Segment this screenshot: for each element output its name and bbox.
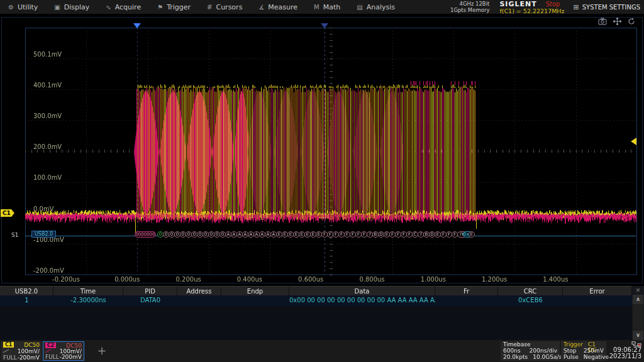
trigger-mode: Stop xyxy=(564,348,576,354)
y-axis-tick-label: 300.0mV xyxy=(33,112,62,119)
x-axis-tick-label: 0.600us xyxy=(298,276,323,283)
y-axis-tick-label: 500.1mV xyxy=(33,51,62,58)
menu-item-label: Math xyxy=(323,3,341,11)
decode-table-cell: 0x00 00 00 00 00 00 00 00 00 AA AA AA AA… xyxy=(289,295,435,306)
trigger-level: 250mV xyxy=(584,348,604,354)
menu-item[interactable]: # Cursors xyxy=(199,0,250,14)
menu-item-label: Analysis xyxy=(367,3,395,11)
x-axis-tick-label: 0.800us xyxy=(359,276,384,283)
grid-icon: ⊞ xyxy=(574,3,579,11)
decode-sync-field: 0000000 xyxy=(135,231,156,238)
main-menu: ⚙ Utility ▣ Display ∿ Acquire ⚑ Trigger … xyxy=(0,0,403,14)
trigger-position-marker[interactable] xyxy=(133,23,141,28)
timebase-delay: 600ns xyxy=(503,348,521,354)
add-channel-button[interactable]: + xyxy=(96,344,108,357)
decode-table-header-cell: USB2.0 xyxy=(0,287,53,295)
menu-item-icon: # xyxy=(207,4,212,11)
timebase-scale: 200ns/div xyxy=(530,348,557,354)
menu-item-icon: ⚑ xyxy=(157,4,163,11)
scroll-down-button[interactable]: ∨ xyxy=(633,331,643,340)
menu-item-label: Acquire xyxy=(115,3,141,11)
clock-block: 09:06:27 2023/11/3 xyxy=(606,341,641,361)
menu-item-label: Utility xyxy=(18,3,38,11)
decode-table-cell: 1 xyxy=(0,295,53,306)
menu-item-label: Trigger xyxy=(167,3,191,11)
c1-offset: -200mV xyxy=(18,354,40,361)
menu-item[interactable]: ▤ Analysis xyxy=(348,0,403,14)
close-icon[interactable]: ✕ xyxy=(636,286,641,295)
timebase-depth: 20.0kpts xyxy=(503,354,528,360)
frequency-counter: f(C1) = 52.22217MHz xyxy=(499,8,564,14)
menu-item[interactable]: ▣ Display xyxy=(46,0,97,14)
trigger-type: Pulse xyxy=(564,354,579,360)
decode-table-header-cell: Address xyxy=(177,287,221,295)
camera-icon[interactable] xyxy=(598,18,607,25)
menu-item-icon: ∡ xyxy=(258,4,264,11)
menu-item-label: Measure xyxy=(268,3,297,11)
c2-offset: -200mV xyxy=(60,354,82,360)
menu-item-label: Cursors xyxy=(216,3,242,11)
spec-memory: 1Gpts Memory xyxy=(450,7,489,13)
decode-table-scrollbar: ✕ ∧ ∨ xyxy=(632,286,644,340)
decode-table-header-cell: PID xyxy=(123,287,177,295)
decode-table-header-cell: CRC xyxy=(498,287,563,295)
trigger-source: C1 DC xyxy=(588,342,604,348)
timebase-title: Timebase xyxy=(503,342,530,348)
decode-table: USB2.0TimePIDAddressEndpDataFrCRCError 1… xyxy=(0,286,644,340)
x-axis-tick-label: 1.000us xyxy=(421,276,446,283)
channel-c2-box[interactable]: C2 DC50 100mV/ FULL -200mV xyxy=(43,341,84,361)
run-state-badge[interactable]: Stop xyxy=(546,1,560,8)
menu-item[interactable]: ∿ Acquire xyxy=(97,0,149,14)
y-axis-tick-label: -200.0mV xyxy=(33,267,64,274)
decode-nibble-bubble: E xyxy=(469,231,475,238)
menu-item[interactable]: M Math xyxy=(306,0,348,14)
clock-date: 2023/11/3 xyxy=(606,353,641,359)
decode-table-header-cell: Data xyxy=(289,287,435,295)
decode-table-header-cell: Time xyxy=(53,287,123,295)
c2-bandwidth: FULL xyxy=(45,354,59,360)
brand-logo: SIGLENT xyxy=(499,0,536,8)
menu-item[interactable]: ∡ Measure xyxy=(250,0,306,14)
y-axis-tick-label: 200.0mV xyxy=(33,143,62,150)
move-crosshair-icon[interactable] xyxy=(613,18,621,25)
timebase-box[interactable]: Timebase 600ns 200ns/div 20.0kpts 10.0GS… xyxy=(501,341,560,361)
y-axis-tick-label: 100.0mV xyxy=(33,174,62,181)
menu-item-icon: ⚙ xyxy=(8,4,14,11)
scroll-track[interactable] xyxy=(633,305,643,330)
decode-table-cell: -2.30000ns xyxy=(53,295,123,306)
timebase-rate: 10.0GSa/s xyxy=(533,354,562,360)
system-settings-label: SYSTEM SETTINGS xyxy=(582,4,640,11)
decode-table-cell xyxy=(563,295,632,306)
x-axis-tick-label: 0.200us xyxy=(176,276,201,283)
x-axis-tick-label: 1.200us xyxy=(482,276,507,283)
decode-table-cell xyxy=(435,295,498,306)
usb2-bus-badge[interactable]: USB2.0 xyxy=(31,231,56,238)
menu-item-icon: ▤ xyxy=(357,4,362,11)
delay-reference-marker[interactable] xyxy=(321,23,328,28)
decode-table-row[interactable]: 1-2.30000nsDATA00x00 00 00 00 00 00 00 0… xyxy=(0,295,644,306)
decode-table-header-cell: Endp xyxy=(221,287,289,295)
c1-bandwidth: FULL xyxy=(3,354,17,361)
x-axis-tick-label: 0.400us xyxy=(237,276,262,283)
menu-item[interactable]: ⚑ Trigger xyxy=(149,0,199,14)
menu-item[interactable]: ⚙ Utility xyxy=(0,0,46,14)
decode-table-cell: DATA0 xyxy=(123,295,177,306)
scroll-up-button[interactable]: ∧ xyxy=(633,295,643,304)
decode-table-header-cell: Fr xyxy=(435,287,498,295)
trigger-slope: Negative xyxy=(584,354,609,360)
waveform-display[interactable] xyxy=(0,15,644,285)
system-settings-button[interactable]: ⊞ SYSTEM SETTINGS xyxy=(574,3,644,11)
c1-scale: 100mV/ xyxy=(18,348,40,354)
decode-table-cell xyxy=(221,295,289,306)
spec-bandwidth: 4GHz 12Bit xyxy=(450,1,489,7)
c1-coupling: DC50 xyxy=(24,342,40,348)
menu-item-icon: ▣ xyxy=(54,4,60,11)
decode-table-cell: 0xCEB6 xyxy=(498,295,563,306)
y-axis-tick-label: 400.1mV xyxy=(33,82,62,89)
rotate-refresh-icon[interactable] xyxy=(628,18,635,25)
channel-c1-box[interactable]: C1 DC50 100mV/ FULL -200mV xyxy=(1,341,42,361)
decode-table-cell xyxy=(177,295,221,306)
trigger-box[interactable]: Trigger C1 DC Stop 250mV Pulse Negative xyxy=(561,341,606,361)
c1-badge: C1 xyxy=(3,342,14,348)
trigger-level-arrow[interactable] xyxy=(631,138,636,145)
